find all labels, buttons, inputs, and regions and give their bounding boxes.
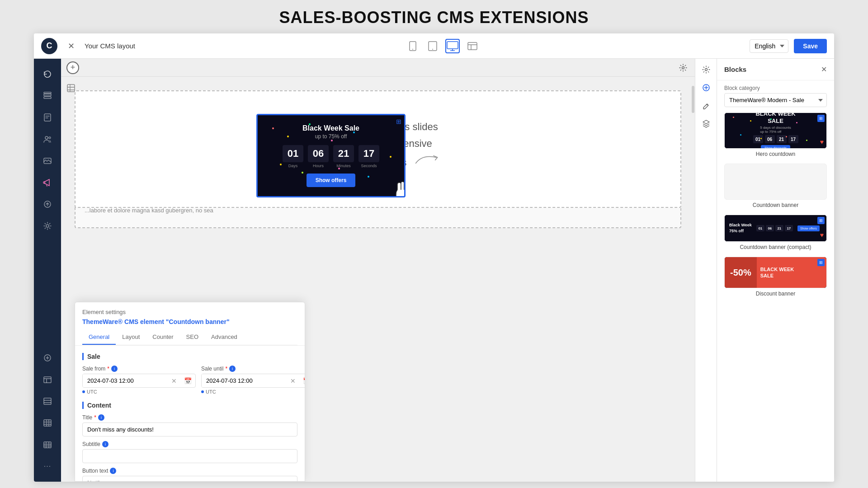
- sale-until-info[interactable]: i: [229, 366, 236, 372]
- sale-until-input-wrap: ✕ 📅: [201, 374, 305, 388]
- thumb-compact-heart[interactable]: ♥: [820, 231, 824, 239]
- block-item-compact[interactable]: Black Week75% off 01 06 21 17 Show offer…: [724, 215, 827, 250]
- settings-header: Element settings ThemeWare® CMS element …: [75, 302, 305, 346]
- sidebar-icon-refresh[interactable]: [38, 65, 57, 83]
- thumb-compact-show: Show offers: [797, 225, 820, 231]
- sale-until-calendar[interactable]: 📅: [299, 377, 305, 385]
- block-category-select[interactable]: ThemeWare® Modern - Sale: [724, 93, 827, 107]
- settings-tabs: General Layout Counter SEO Advanced: [82, 330, 297, 345]
- title-label: Title * i: [82, 414, 297, 421]
- right-panel-edit[interactable]: [699, 99, 713, 113]
- discount-thumbnail: -50% BLACK WEEK SALE ♥ ⊞: [724, 257, 827, 288]
- svg-rect-8: [44, 92, 51, 94]
- sale-until-group: Sale until * i ✕ 📅: [201, 366, 305, 394]
- hours-block: 06 Hours: [308, 145, 329, 168]
- mobile-device-icon[interactable]: [406, 39, 420, 53]
- tab-advanced[interactable]: Advanced: [205, 330, 244, 345]
- thumb-hero-heart[interactable]: ♥: [820, 138, 824, 145]
- blocks-close[interactable]: ✕: [821, 65, 827, 74]
- layout-device-icon[interactable]: [465, 39, 480, 53]
- tab-general[interactable]: General: [82, 330, 116, 345]
- right-panel-layers[interactable]: [699, 117, 713, 131]
- subtitle-input[interactable]: up to 75% off: [82, 449, 297, 463]
- sale-from-input[interactable]: [83, 374, 168, 387]
- thumb-compact-top-icon: ⊞: [817, 217, 825, 224]
- subtitle-label: Subtitle i: [82, 441, 297, 447]
- toolbar-left: C ✕ Your CMS layout: [41, 38, 135, 54]
- thumb-discount-heart[interactable]: ♥: [820, 278, 824, 285]
- svg-rect-5: [468, 42, 477, 50]
- sidebar-icon-table2[interactable]: [38, 392, 57, 410]
- thumb-discount-top-icon: ⊞: [817, 259, 825, 266]
- content-section-label: Content: [82, 402, 297, 409]
- days-label: Days: [283, 164, 303, 168]
- sidebar-icon-plus-circle[interactable]: [38, 349, 57, 367]
- sidebar-icon-users[interactable]: [38, 130, 57, 148]
- svg-rect-7: [44, 97, 51, 99]
- sidebar-icon-arrow[interactable]: [38, 195, 57, 213]
- sale-until-clear[interactable]: ✕: [287, 377, 299, 385]
- sidebar-icon-layers[interactable]: [38, 87, 57, 105]
- sidebar-icon-table[interactable]: [38, 371, 57, 389]
- minutes-value: 21: [333, 145, 354, 162]
- svg-point-20: [682, 66, 684, 69]
- thumb-hours: 06: [765, 135, 775, 143]
- sidebar-icon-more[interactable]: ···: [38, 457, 57, 475]
- thumb-discount-pct: -50%: [725, 257, 757, 288]
- discount-banner-name: Discount banner: [724, 291, 827, 297]
- subtitle-info[interactable]: i: [102, 441, 108, 447]
- sidebar-icon-pages[interactable]: [38, 108, 57, 127]
- sale-until-input[interactable]: [202, 374, 287, 387]
- svg-rect-18: [44, 420, 51, 426]
- tablet-device-icon[interactable]: [425, 39, 440, 53]
- language-select[interactable]: English: [750, 39, 788, 53]
- tab-counter[interactable]: Counter: [146, 330, 179, 345]
- title-info[interactable]: i: [98, 414, 104, 421]
- sale-from-clear[interactable]: ✕: [168, 377, 180, 385]
- sale-until-label: Sale until * i: [201, 366, 305, 372]
- block-item-hero-countdown[interactable]: BLACK WEEKSALE 5 days of discountsup to …: [724, 113, 827, 157]
- desktop-device-icon[interactable]: [445, 39, 460, 53]
- svg-rect-6: [44, 94, 51, 96]
- row-layout-icon[interactable]: [66, 84, 75, 94]
- sale-section-label: Sale: [82, 353, 297, 360]
- canvas-add-button[interactable]: +: [66, 61, 79, 74]
- sale-from-calendar[interactable]: 📅: [180, 377, 195, 385]
- sale-from-input-wrap: ✕ 📅: [82, 374, 196, 388]
- button-text-label: Button text i: [82, 468, 297, 474]
- countdown-digits: 01 Days 06 Hours 21 Minutes: [265, 145, 397, 168]
- tab-layout[interactable]: Layout: [116, 330, 146, 345]
- svg-point-3: [432, 49, 433, 50]
- tab-seo[interactable]: SEO: [180, 330, 205, 345]
- settings-header-label: Element settings: [82, 309, 297, 315]
- thumb-discount-text: BLACK WEEK SALE: [757, 263, 798, 283]
- sidebar-icon-megaphone[interactable]: [38, 174, 57, 192]
- logo-button[interactable]: C: [41, 38, 57, 54]
- title-input[interactable]: [82, 422, 297, 436]
- sale-from-utc: UTC: [82, 389, 196, 394]
- sidebar-icon-table3[interactable]: [38, 414, 57, 432]
- sidebar-icon-media[interactable]: [38, 152, 57, 170]
- hero-countdown-name: Hero countdown: [724, 151, 827, 157]
- compact-banner-name: Countdown banner (compact): [724, 244, 827, 250]
- show-offers-button[interactable]: Show offers: [307, 174, 356, 187]
- block-item-discount[interactable]: -50% BLACK WEEK SALE ♥ ⊞ Discount banner: [724, 257, 827, 297]
- canvas-dashed-section: Choose from various slides with extremel…: [75, 90, 681, 208]
- save-button[interactable]: Save: [794, 39, 827, 53]
- block-item-countdown-banner[interactable]: Countdown banner: [724, 164, 827, 208]
- right-panel-add[interactable]: [699, 80, 713, 95]
- canvas-settings-icon[interactable]: [677, 61, 689, 74]
- sale-from-label: Sale from * i: [82, 366, 196, 372]
- close-button[interactable]: ✕: [65, 40, 77, 52]
- sidebar-icon-table4[interactable]: [38, 436, 57, 454]
- days-value: 01: [283, 145, 303, 162]
- svg-rect-17: [44, 398, 51, 404]
- sidebar-icon-settings[interactable]: [38, 217, 57, 235]
- button-text-input[interactable]: [82, 476, 297, 481]
- cursor-hand: [391, 174, 406, 197]
- button-text-info[interactable]: i: [110, 468, 116, 474]
- right-panel-settings[interactable]: [699, 62, 713, 77]
- canvas-scrollbar[interactable]: [691, 77, 695, 482]
- sale-from-info[interactable]: i: [111, 366, 118, 372]
- block-category-label: Block category: [717, 80, 834, 93]
